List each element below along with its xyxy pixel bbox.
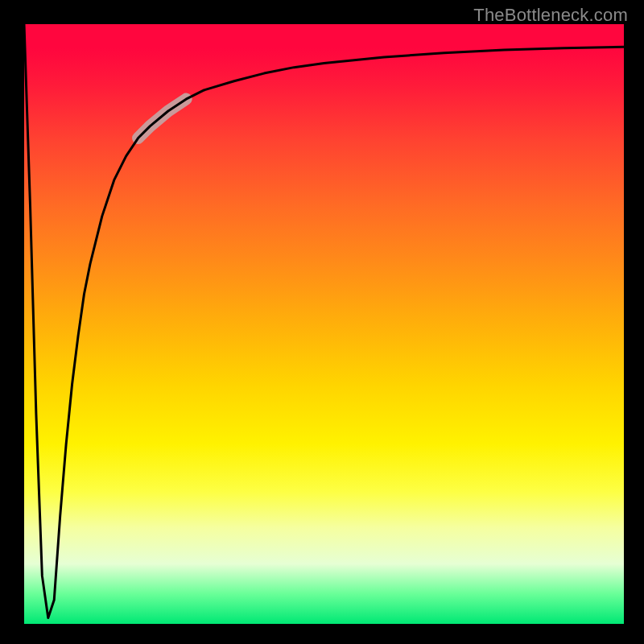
chart-frame: TheBottleneck.com [0, 0, 644, 644]
bottleneck-curve [24, 24, 624, 618]
curve-layer [24, 24, 624, 624]
source-label: TheBottleneck.com [473, 5, 628, 26]
plot-area [24, 24, 624, 624]
